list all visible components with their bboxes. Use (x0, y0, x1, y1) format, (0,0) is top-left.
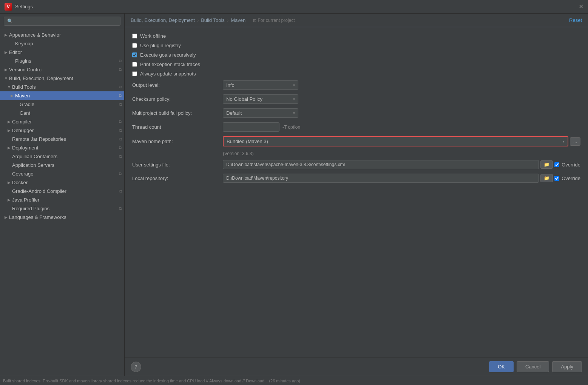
window-title: Settings (15, 4, 33, 9)
sidebar-item-label: Build, Execution, Deployment (9, 75, 124, 81)
sidebar-item-label: Maven (15, 93, 117, 99)
always-update-checkbox[interactable] (132, 71, 137, 76)
use-plugin-registry-row: Use plugin registry (132, 43, 580, 48)
sidebar-item-label: Plugins (15, 58, 117, 64)
sidebar-item-maven[interactable]: ▶ Maven ⧉ (0, 91, 124, 100)
checksum-policy-value: No Global Policy (226, 96, 262, 102)
copy-icon: ⧉ (119, 67, 122, 72)
multiproject-fail-value: Default (226, 110, 242, 116)
bottom-bar: ? OK Cancel Apply (125, 357, 588, 376)
breadcrumb-sep-2: › (227, 17, 228, 23)
sidebar-item-label: Gradle-Android Compiler (12, 188, 117, 194)
project-icon: ⊡ (253, 18, 256, 23)
output-level-row: Output level: Info ▾ (132, 80, 580, 90)
output-level-control: Info ▾ (223, 80, 580, 90)
work-offline-row: Work offline (132, 33, 580, 39)
copy-icon: ⧉ (119, 102, 122, 107)
sidebar-item-build-exec[interactable]: ▼ Build, Execution, Deployment (0, 74, 124, 83)
override-local-label: Override (562, 176, 580, 181)
multiproject-fail-label: Multiproject build fail policy: (132, 110, 223, 116)
search-box (0, 14, 124, 29)
sidebar-item-label: Gant (20, 110, 124, 116)
ok-button[interactable]: OK (489, 361, 514, 372)
thread-count-label: Thread count (132, 124, 223, 130)
t-option-label: -T option (282, 125, 300, 130)
breadcrumb-part-1: Build, Execution, Deployment (131, 17, 195, 23)
sidebar-item-gradle[interactable]: Gradle ⧉ (0, 100, 124, 109)
user-settings-file-control: 📁 Override (223, 160, 580, 169)
sidebar-item-app-servers[interactable]: Application Servers (0, 161, 124, 169)
breadcrumb-bar: Build, Execution, Deployment › Build Too… (125, 14, 588, 27)
sidebar-item-languages[interactable]: ▶ Languages & Frameworks (0, 213, 124, 222)
local-repository-input[interactable] (223, 174, 539, 183)
sidebar-item-java-profiler[interactable]: ▶ Java Profiler (0, 196, 124, 204)
local-repository-browse-button[interactable]: 📁 (540, 174, 553, 182)
maven-home-path-dropdown[interactable]: Bundled (Maven 3) ▾ (223, 136, 568, 146)
app-icon: V (5, 3, 12, 11)
sidebar-item-label: Java Profiler (12, 197, 124, 203)
maven-home-browse-button[interactable]: ... (570, 137, 580, 146)
checksum-policy-label: Checksum policy: (132, 96, 223, 102)
sidebar-item-arquillian[interactable]: Arquillian Containers ⧉ (0, 152, 124, 161)
expand-icon: ▶ (6, 128, 12, 132)
always-update-row: Always update snapshots (132, 71, 580, 77)
thread-count-input[interactable] (223, 122, 279, 132)
sidebar-item-gant[interactable]: Gant (0, 109, 124, 117)
close-button[interactable]: ✕ (579, 3, 583, 10)
sidebar-item-docker[interactable]: ▶ Docker (0, 178, 124, 187)
sidebar-item-editor[interactable]: ▶ Editor (0, 48, 124, 57)
expand-icon: ▶ (3, 50, 9, 54)
copy-icon: ⧉ (119, 154, 122, 159)
search-input[interactable] (4, 17, 120, 26)
sidebar-item-appearance[interactable]: ▶ Appearance & Behavior (0, 31, 124, 39)
user-settings-file-input[interactable] (223, 160, 539, 169)
sidebar-item-label: Docker (12, 180, 124, 185)
sidebar-item-plugins[interactable]: Plugins ⧉ (0, 57, 124, 65)
sidebar-item-compiler[interactable]: ▶ Compiler ⧉ (0, 117, 124, 126)
execute-goals-checkbox[interactable] (132, 52, 137, 57)
checksum-policy-row: Checksum policy: No Global Policy ▾ (132, 94, 580, 104)
sidebar-item-label: Build Tools (12, 84, 117, 90)
checksum-policy-control: No Global Policy ▾ (223, 94, 580, 104)
checksum-policy-dropdown[interactable]: No Global Policy ▾ (223, 94, 298, 104)
sidebar-item-label: Compiler (12, 119, 117, 125)
thread-count-control: -T option (223, 122, 580, 132)
copy-icon: ⧉ (119, 171, 122, 176)
print-exception-row: Print exception stack traces (132, 62, 580, 67)
sidebar-item-keymap[interactable]: Keymap (0, 39, 124, 48)
multiproject-fail-row: Multiproject build fail policy: Default … (132, 108, 580, 118)
collapse-icon: ▼ (6, 85, 12, 89)
help-button[interactable]: ? (131, 362, 141, 372)
print-exception-checkbox[interactable] (132, 62, 137, 67)
sidebar-item-label: Appearance & Behavior (9, 32, 124, 38)
sidebar-item-required-plugins[interactable]: Required Plugins ⧉ (0, 204, 124, 213)
work-offline-checkbox[interactable] (132, 34, 137, 38)
sidebar-item-version-control[interactable]: ▶ Version Control ⧉ (0, 65, 124, 74)
local-repository-override-checkbox[interactable] (554, 176, 559, 181)
cancel-button[interactable]: Cancel (517, 361, 549, 372)
multiproject-fail-control: Default ▾ (223, 108, 580, 118)
sidebar-item-remote-jar[interactable]: Remote Jar Repositories ⧉ (0, 135, 124, 143)
sidebar-item-label: Languages & Frameworks (9, 214, 124, 220)
user-settings-file-label: User settings file: (132, 162, 223, 168)
output-level-dropdown[interactable]: Info ▾ (223, 80, 298, 90)
user-settings-override-checkbox[interactable] (554, 162, 559, 167)
user-settings-override-wrap: Override (554, 162, 580, 168)
sidebar-item-label: Application Servers (12, 162, 124, 168)
sidebar-item-coverage[interactable]: Coverage ⧉ (0, 169, 124, 178)
collapse-icon: ▼ (3, 76, 9, 80)
reset-button[interactable]: Reset (569, 17, 582, 23)
sidebar-item-build-tools[interactable]: ▼ Build Tools ⧉ (0, 83, 124, 91)
user-settings-browse-button[interactable]: 📁 (540, 160, 553, 169)
sidebar-item-deployment[interactable]: ▶ Deployment ⧉ (0, 143, 124, 152)
sidebar-item-label: Keymap (15, 41, 124, 46)
apply-button[interactable]: Apply (552, 361, 582, 372)
sidebar-item-gradle-android[interactable]: Gradle-Android Compiler ⧉ (0, 187, 124, 196)
sidebar-item-label: Arquillian Containers (12, 154, 117, 159)
print-exception-label: Print exception stack traces (140, 62, 200, 67)
expand-icon: ▶ (3, 215, 9, 219)
sidebar-item-debugger[interactable]: ▶ Debugger ⧉ (0, 126, 124, 135)
use-plugin-registry-checkbox[interactable] (132, 43, 137, 48)
multiproject-fail-dropdown[interactable]: Default ▾ (223, 108, 298, 118)
breadcrumb-part-2: Build Tools (201, 17, 225, 23)
